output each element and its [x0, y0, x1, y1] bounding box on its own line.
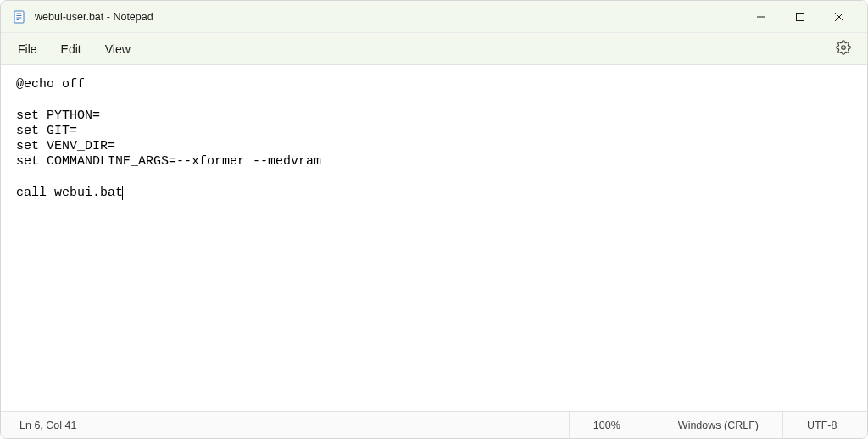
menu-edit[interactable]: Edit — [49, 37, 93, 61]
gear-icon — [836, 40, 851, 58]
menu-file[interactable]: File — [6, 37, 49, 61]
maximize-button[interactable] — [781, 3, 820, 31]
window-title: webui-user.bat - Notepad — [35, 11, 153, 23]
menu-view[interactable]: View — [93, 37, 142, 61]
text-editor[interactable]: @echo off set PYTHON= set GIT= set VENV_… — [1, 65, 867, 411]
close-button[interactable] — [820, 3, 859, 31]
menubar: File Edit View — [1, 33, 867, 65]
statusbar: Ln 6, Col 41 100% Windows (CRLF) UTF-8 — [1, 411, 867, 438]
notepad-icon — [13, 10, 26, 24]
svg-point-9 — [842, 45, 846, 49]
editor-content: @echo off set PYTHON= set GIT= set VENV_… — [16, 77, 321, 200]
minimize-button[interactable] — [742, 3, 781, 31]
settings-button[interactable] — [828, 36, 859, 63]
status-position: Ln 6, Col 41 — [1, 420, 569, 431]
status-line-ending[interactable]: Windows (CRLF) — [654, 412, 782, 438]
text-caret — [122, 186, 123, 201]
svg-rect-6 — [797, 13, 804, 20]
titlebar: webui-user.bat - Notepad — [1, 1, 867, 33]
status-encoding[interactable]: UTF-8 — [782, 412, 867, 438]
svg-rect-0 — [14, 11, 24, 23]
status-zoom[interactable]: 100% — [569, 412, 654, 438]
